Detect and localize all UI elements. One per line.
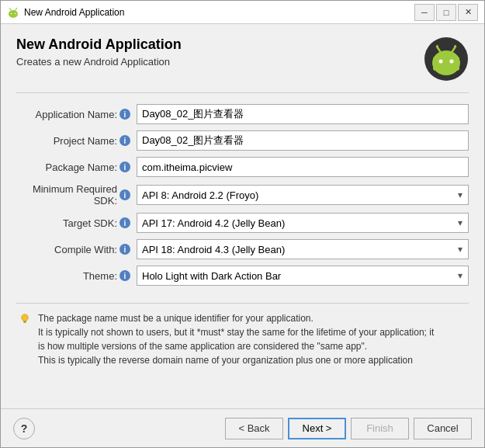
svg-rect-15: [439, 66, 442, 72]
info-line4: This is typically the reverse domain nam…: [38, 355, 413, 366]
back-button[interactable]: < Back: [225, 418, 283, 439]
project-name-label: Project Name: i: [16, 135, 137, 147]
finish-button[interactable]: Finish: [351, 418, 409, 439]
theme-label: Theme: i: [16, 270, 137, 282]
package-name-info-icon[interactable]: i: [120, 161, 130, 172]
bottom-left: ?: [13, 418, 35, 439]
target-sdk-row: Target SDK: i API 8: Android 2.2 (Froyo)…: [16, 213, 469, 233]
next-button[interactable]: Next >: [288, 418, 346, 439]
theme-select[interactable]: Holo Light with Dark Action Bar Holo Dar…: [137, 266, 469, 286]
svg-point-10: [450, 60, 454, 64]
bulb-icon: [18, 312, 32, 326]
bottom-divider: [16, 303, 469, 304]
info-text: The package name must be a unique identi…: [38, 311, 434, 367]
svg-line-5: [16, 8, 17, 10]
header-text: New Android Application Creates a new An…: [16, 36, 424, 68]
compile-with-select-wrapper: API 17: Android 4.2 (Jelly Bean) API 18:…: [137, 239, 469, 259]
svg-rect-19: [24, 322, 26, 323]
min-sdk-select[interactable]: API 8: Android 2.2 (Froyo) API 9: Androi…: [137, 185, 469, 205]
target-sdk-select[interactable]: API 8: Android 2.2 (Froyo) API 17: Andro…: [137, 213, 469, 233]
dialog-content: New Android Application Creates a new An…: [1, 24, 484, 408]
info-line3: is how multiple versions of the same app…: [38, 341, 367, 352]
project-name-row: Project Name: i: [16, 130, 469, 151]
target-sdk-select-wrapper: API 8: Android 2.2 (Froyo) API 17: Andro…: [137, 213, 469, 233]
theme-row: Theme: i Holo Light with Dark Action Bar…: [16, 266, 469, 286]
application-name-info-icon[interactable]: i: [120, 109, 130, 120]
package-name-row: Package Name: i: [16, 157, 469, 177]
compile-with-label: Compile With: i: [16, 244, 137, 255]
bottom-right: < Back Next > Finish Cancel: [225, 418, 472, 439]
close-button[interactable]: ✕: [458, 4, 478, 21]
svg-point-9: [439, 60, 443, 64]
title-bar-controls: ─ □ ✕: [414, 4, 478, 21]
svg-point-2: [11, 12, 12, 14]
svg-rect-8: [433, 57, 459, 71]
window-title: New Android Application: [24, 7, 414, 18]
main-window: New Android Application ─ □ ✕ New Androi…: [0, 0, 485, 448]
compile-with-select[interactable]: API 17: Android 4.2 (Jelly Bean) API 18:…: [137, 239, 469, 259]
minimize-button[interactable]: ─: [414, 4, 435, 21]
application-name-label: Application Name: i: [16, 109, 137, 120]
min-sdk-label: Minimum Required SDK: i: [16, 183, 137, 207]
svg-point-3: [15, 12, 16, 14]
svg-rect-16: [450, 66, 453, 72]
cancel-button[interactable]: Cancel: [414, 418, 472, 439]
title-bar: New Android Application ─ □ ✕: [1, 1, 484, 24]
project-name-info-icon[interactable]: i: [120, 135, 130, 146]
svg-rect-18: [23, 321, 26, 322]
bottom-bar: ? < Back Next > Finish Cancel: [1, 408, 484, 447]
min-sdk-info-icon[interactable]: i: [120, 189, 130, 200]
application-name-row: Application Name: i: [16, 104, 469, 124]
svg-point-17: [22, 314, 29, 321]
info-line1: The package name must be a unique identi…: [38, 313, 314, 324]
application-name-input[interactable]: [137, 104, 469, 124]
package-name-input[interactable]: [137, 157, 469, 177]
maximize-button[interactable]: □: [436, 4, 456, 21]
svg-point-13: [436, 45, 438, 47]
theme-select-wrapper: Holo Light with Dark Action Bar Holo Dar…: [137, 266, 469, 286]
target-sdk-info-icon[interactable]: i: [120, 217, 130, 228]
dialog-subtitle: Creates a new Android Application: [16, 56, 424, 68]
top-divider: [16, 92, 469, 93]
min-sdk-select-wrapper: API 8: Android 2.2 (Froyo) API 9: Androi…: [137, 185, 469, 205]
info-line2: It is typically not shown to users, but …: [38, 327, 434, 338]
svg-line-4: [10, 8, 12, 10]
window-icon: [7, 6, 19, 19]
form-area: Application Name: i Project Name: i Pack…: [16, 104, 469, 286]
theme-info-icon[interactable]: i: [120, 270, 130, 281]
compile-with-row: Compile With: i API 17: Android 4.2 (Jel…: [16, 239, 469, 259]
dialog-title: New Android Application: [16, 36, 424, 53]
svg-rect-1: [9, 12, 17, 16]
compile-with-info-icon[interactable]: i: [120, 244, 130, 255]
package-name-label: Package Name: i: [16, 161, 137, 173]
info-section: The package name must be a unique identi…: [16, 311, 469, 367]
svg-point-14: [454, 45, 456, 47]
target-sdk-label: Target SDK: i: [16, 217, 137, 229]
help-button[interactable]: ?: [13, 418, 35, 439]
header-area: New Android Application Creates a new An…: [16, 36, 469, 82]
android-logo: [424, 36, 469, 82]
min-sdk-row: Minimum Required SDK: i API 8: Android 2…: [16, 183, 469, 207]
project-name-input[interactable]: [137, 130, 469, 151]
